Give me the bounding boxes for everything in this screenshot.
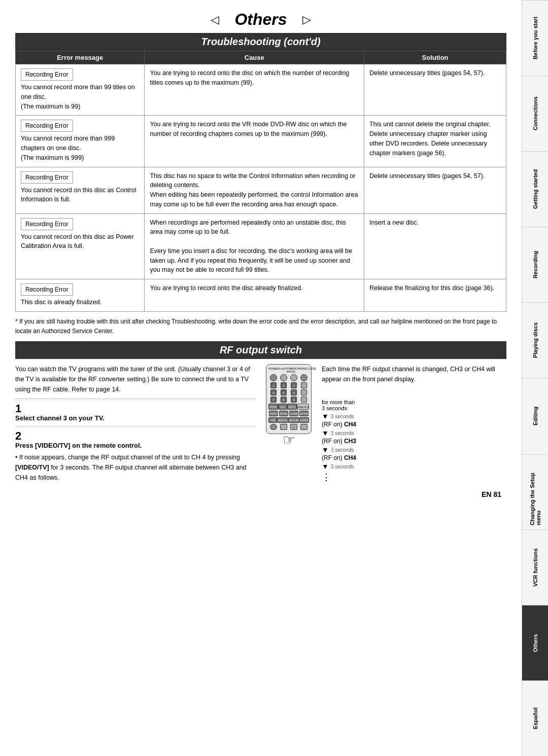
sidebar-tab-others[interactable]: Others bbox=[522, 605, 548, 680]
dotted-divider-2 bbox=[15, 426, 256, 426]
for-more-label: for more than3 seconds bbox=[322, 399, 355, 411]
sidebar-tab-connections[interactable]: Connections bbox=[522, 76, 548, 151]
error-message-cell: Recording Error You cannot record more t… bbox=[16, 116, 145, 167]
cause-text: When recordings are performed repeatedly… bbox=[150, 219, 352, 274]
page-title-wrap: ◁ Others ▷ bbox=[15, 10, 506, 29]
nav-circle bbox=[270, 424, 277, 430]
footnote: * If you are still having trouble with t… bbox=[15, 317, 506, 336]
table-row: Recording Error You cannot record on thi… bbox=[16, 167, 506, 213]
chevron-right-icon: ▷ bbox=[302, 13, 311, 26]
error-message-cell: Recording Error This disc is already fin… bbox=[16, 279, 145, 312]
cause-cell: You are trying to record onto the disc a… bbox=[145, 279, 364, 312]
ch-label-2: (RF on) CH3 bbox=[322, 438, 356, 445]
solution-cell: This unit cannot delete the original cha… bbox=[364, 116, 506, 167]
power-btn bbox=[270, 374, 277, 381]
rf-content: You can watch the TV programs with the t… bbox=[15, 364, 506, 483]
rf-output-section: RF output switch You can watch the TV pr… bbox=[15, 341, 506, 483]
hand-pointer-icon: ☞ bbox=[283, 431, 295, 448]
table-row: Recording Error You cannot record on thi… bbox=[16, 213, 506, 279]
rf-output-header: RF output switch bbox=[15, 341, 506, 359]
cause-cell: When recordings are performed repeatedly… bbox=[145, 213, 364, 279]
dotted-divider bbox=[15, 399, 256, 399]
nav-btn bbox=[301, 397, 307, 403]
ch-seq-item-2: ▼ 3 seconds bbox=[322, 429, 354, 437]
solution-cell: Release the finalizing for this disc (pa… bbox=[364, 279, 506, 312]
error-text: You cannot record more than 999 chapters… bbox=[21, 135, 115, 161]
chevron-left-icon: ◁ bbox=[211, 13, 219, 26]
step2-title: Press [VIDEO/TV] on the remote control. bbox=[15, 442, 256, 449]
solution-cell: Delete unnecessary titles (pages 54, 57)… bbox=[364, 167, 506, 213]
col-header-solution: Solution bbox=[364, 51, 506, 64]
table-row: Recording Error You cannot record more t… bbox=[16, 64, 506, 116]
remote-body: POWER+A/VTIMER PROG.OPEN/CLOSE 1 bbox=[266, 364, 312, 434]
error-message-cell: Recording Error You cannot record more t… bbox=[16, 64, 145, 116]
step1-number: 1 bbox=[15, 403, 256, 414]
sidebar-tab-before-you-start[interactable]: Before you start bbox=[522, 0, 548, 76]
step2-number: 2 bbox=[15, 430, 256, 442]
sidebar-tab-editing[interactable]: Editing bbox=[522, 378, 548, 453]
solution-cell: Insert a new disc. bbox=[364, 213, 506, 279]
step1-title: Select channel 3 on your TV. bbox=[15, 414, 256, 422]
ch-seconds-4: 3 seconds bbox=[331, 464, 354, 470]
remote-diagram-container: POWER+A/VTIMER PROG.OPEN/CLOSE 1 bbox=[266, 364, 312, 483]
ch-seconds-2: 3 seconds bbox=[331, 430, 354, 436]
ch-label-3: (RF on) CH4 bbox=[322, 454, 356, 461]
error-box: Recording Error bbox=[21, 120, 73, 132]
solution-cell: Delete unnecessary titles (pages 54, 57)… bbox=[364, 64, 506, 116]
error-text: This disc is already finalized. bbox=[21, 299, 101, 306]
table-row: Recording Error This disc is already fin… bbox=[16, 279, 506, 312]
sidebar-tab-recording[interactable]: Recording bbox=[522, 227, 548, 302]
channel-sequence: for more than3 seconds ▼ 3 seconds (RF o… bbox=[322, 399, 506, 483]
error-box: Recording Error bbox=[21, 68, 73, 81]
rf-left-column: You can watch the TV programs with the t… bbox=[15, 364, 256, 483]
page-title: Others bbox=[224, 10, 297, 29]
error-message-cell: Recording Error You cannot record on thi… bbox=[16, 167, 145, 213]
sidebar-tab-getting-started[interactable]: Getting started bbox=[522, 151, 548, 227]
cause-cell: You are trying to record onto the VR mod… bbox=[145, 116, 364, 167]
ellipsis-icon: ⋮ bbox=[322, 472, 331, 483]
rf-intro-text: You can watch the TV programs with the t… bbox=[15, 364, 256, 394]
ch-seq-item-4: ▼ 3 seconds bbox=[322, 462, 354, 471]
channel-info: Each time the RF output channel is chang… bbox=[322, 364, 506, 483]
step2-detail: • If noise appears, change the RF output… bbox=[15, 452, 256, 483]
error-message-cell: Recording Error You cannot record on thi… bbox=[16, 213, 145, 279]
ch-seq-item-3: ▼ 3 seconds bbox=[322, 446, 354, 454]
ch-label-1: (RF on) CH4 bbox=[322, 421, 356, 428]
rf-right-column: POWER+A/VTIMER PROG.OPEN/CLOSE 1 bbox=[266, 364, 506, 483]
error-box: Recording Error bbox=[21, 283, 73, 296]
ch-up-btn bbox=[301, 382, 307, 388]
eject-btn bbox=[300, 374, 307, 381]
cause-cell: This disc has no space to write the Cont… bbox=[145, 167, 364, 213]
sidebar-tab-espanol[interactable]: Español bbox=[522, 680, 548, 756]
sidebar-tab-vcr-functions[interactable]: VCR functions bbox=[522, 529, 548, 605]
cause-cell: You are trying to record onto the disc o… bbox=[145, 64, 364, 116]
ch-down-btn bbox=[301, 389, 307, 395]
table-row: Recording Error You cannot record more t… bbox=[16, 116, 506, 167]
error-text: You cannot record more than 99 titles on… bbox=[21, 84, 135, 110]
troubleshooting-header: Troubleshooting (cont'd) bbox=[15, 33, 506, 51]
timer-btn bbox=[290, 374, 297, 381]
main-content: ◁ Others ▷ Troubleshooting (cont'd) Erro… bbox=[0, 0, 522, 509]
col-header-cause: Cause bbox=[145, 51, 364, 64]
ch-seq-item-1: ▼ 3 seconds bbox=[322, 412, 354, 420]
page-number: EN 81 bbox=[15, 490, 506, 498]
page-container: Before you start Connections Getting sta… bbox=[0, 0, 548, 756]
sidebar-tab-setup-menu[interactable]: Changing the Setup menu bbox=[522, 454, 548, 529]
rf-right-text: Each time the RF output channel is chang… bbox=[322, 364, 506, 389]
error-text: You cannot record on this disc as Power … bbox=[21, 233, 134, 250]
ch-seconds-3: 3 seconds bbox=[331, 447, 354, 453]
step2-title-text: Press [VIDEO/TV] on the remote control. bbox=[15, 442, 142, 449]
cause-text: This disc has no space to write the Cont… bbox=[150, 172, 358, 208]
right-sidebar: Before you start Connections Getting sta… bbox=[522, 0, 548, 756]
record-btn bbox=[280, 374, 287, 381]
error-text: You cannot record on this disc as Contro… bbox=[21, 187, 136, 203]
troubleshooting-table: Error message Cause Solution Recording E… bbox=[15, 51, 506, 312]
col-header-error: Error message bbox=[16, 51, 145, 64]
error-box: Recording Error bbox=[21, 218, 73, 230]
error-box: Recording Error bbox=[21, 171, 73, 184]
ch-seconds-1: 3 seconds bbox=[331, 414, 354, 419]
sidebar-tab-playing-discs[interactable]: Playing discs bbox=[522, 302, 548, 378]
